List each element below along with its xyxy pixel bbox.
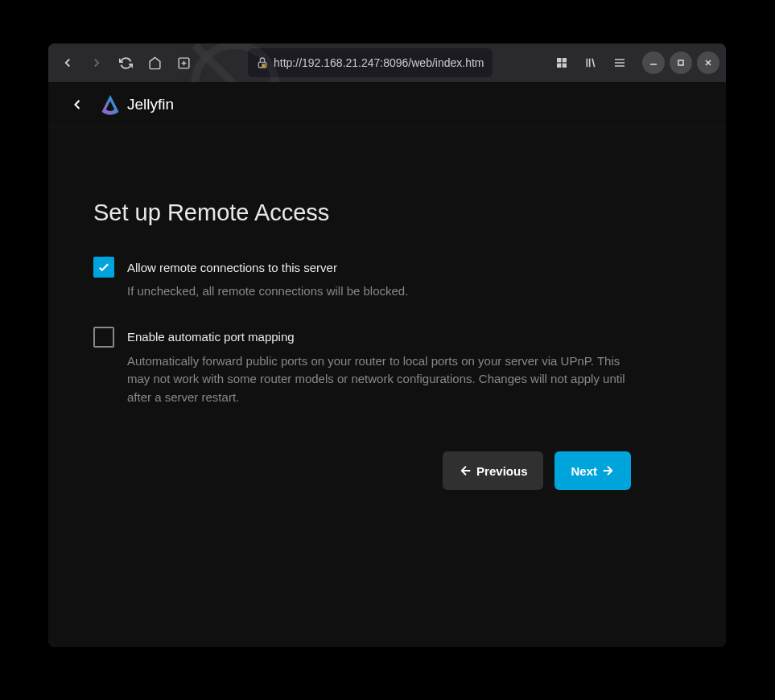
svg-rect-5 <box>557 64 561 68</box>
app-content: Jellyfin Set up Remote Access Allow remo… <box>48 82 726 647</box>
svg-rect-7 <box>678 60 683 65</box>
arrow-right-icon <box>600 463 615 478</box>
jellyfin-logo[interactable]: Jellyfin <box>98 93 174 117</box>
arrow-left-icon <box>459 463 473 478</box>
button-row: Previous Next <box>93 451 631 490</box>
home-button[interactable] <box>142 50 167 76</box>
previous-button-label: Previous <box>476 464 527 478</box>
url-text: http://192.168.21.247:8096/web/index.htm <box>274 56 484 69</box>
allow-remote-description: If unchecked, all remote connections wil… <box>127 282 631 301</box>
app-back-button[interactable] <box>61 89 93 121</box>
svg-rect-4 <box>563 58 567 62</box>
previous-button[interactable]: Previous <box>443 451 543 490</box>
browser-toolbar: http://192.168.21.247:8096/web/index.htm <box>48 43 726 82</box>
library-icon[interactable] <box>578 50 604 76</box>
svg-rect-6 <box>563 64 567 68</box>
svg-rect-3 <box>557 58 561 62</box>
apps-icon[interactable] <box>549 50 575 76</box>
page-title: Set up Remote Access <box>93 200 631 226</box>
browser-window: http://192.168.21.247:8096/web/index.htm <box>48 43 726 647</box>
auto-port-label: Enable automatic port mapping <box>127 330 295 344</box>
next-button[interactable]: Next <box>554 451 631 490</box>
page-content: Set up Remote Access Allow remote connec… <box>48 127 676 490</box>
auto-port-checkbox[interactable] <box>93 327 114 348</box>
close-button[interactable] <box>697 51 719 74</box>
minimize-button[interactable] <box>642 51 665 74</box>
app-header: Jellyfin <box>48 82 726 127</box>
forward-button[interactable] <box>84 50 109 76</box>
allow-remote-checkbox[interactable] <box>93 257 114 278</box>
allow-remote-label: Allow remote connections to this server <box>127 261 337 274</box>
auto-port-group: Enable automatic port mapping Automatica… <box>93 327 631 407</box>
auto-port-description: Automatically forward public ports on yo… <box>127 352 631 407</box>
jellyfin-brand-text: Jellyfin <box>127 96 174 113</box>
reload-button[interactable] <box>113 50 138 76</box>
back-button[interactable] <box>55 50 80 76</box>
jellyfin-logo-icon <box>98 93 122 117</box>
menu-icon[interactable] <box>607 50 633 76</box>
next-button-label: Next <box>571 464 597 478</box>
maximize-button[interactable] <box>670 51 692 74</box>
window-controls <box>642 51 719 74</box>
allow-remote-group: Allow remote connections to this server … <box>93 257 631 301</box>
